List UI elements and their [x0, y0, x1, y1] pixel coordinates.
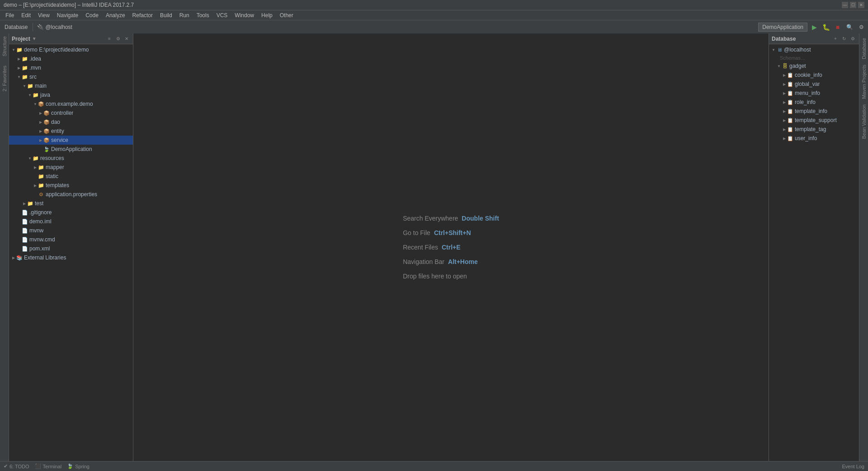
event-log-status[interactable]: Event Log: [842, 464, 864, 469]
tree-item-extlibs[interactable]: ▶📚External Libraries: [9, 253, 133, 262]
tree-item-DemoApplication[interactable]: 🍃DemoApplication: [9, 145, 133, 154]
run-config-dropdown[interactable]: DemoApplication: [758, 23, 807, 32]
add-db-button[interactable]: +: [832, 35, 839, 42]
tree-arrow-test: ▶: [22, 201, 27, 206]
tree-item-main[interactable]: ▼📁main: [9, 81, 133, 90]
db-tree-item-global_var[interactable]: ▶📋global_var: [769, 80, 859, 89]
menu-item-code[interactable]: Code: [82, 11, 102, 19]
tree-label-demoiml: demo.iml: [29, 218, 52, 225]
tree-item-entity[interactable]: ▶📦entity: [9, 127, 133, 136]
db-arrow-template_info: ▶: [782, 108, 787, 114]
settings-project-button[interactable]: ⚙: [114, 35, 122, 42]
center-area: Search EverywhereDouble ShiftGo to FileC…: [133, 33, 769, 461]
tree-item-idea[interactable]: ▶📁.idea: [9, 54, 133, 63]
menu-item-refactor[interactable]: Refactor: [129, 11, 156, 19]
close-button[interactable]: ✕: [858, 2, 864, 8]
favorites-tab[interactable]: 2: Favorites: [0, 63, 9, 94]
menu-item-run[interactable]: Run: [176, 11, 193, 19]
tree-item-mvn[interactable]: ▶📁.mvn: [9, 63, 133, 72]
shortcut-label: Recent Files: [403, 244, 438, 251]
shortcut-key: Alt+Home: [448, 258, 478, 265]
tree-label-controller: controller: [51, 110, 73, 116]
spring-status[interactable]: 🍃 Spring: [67, 463, 90, 469]
terminal-status[interactable]: ⬛ Terminal: [35, 463, 62, 469]
db-tree-item-template_info[interactable]: ▶📋template_info: [769, 107, 859, 116]
db-settings-button[interactable]: ⚙: [849, 35, 856, 42]
tree-item-demo[interactable]: ▼📁demo E:\project\idea\demo: [9, 45, 133, 54]
menu-item-vcs[interactable]: VCS: [213, 11, 231, 19]
main-content: Structure 2: Favorites Project ▼ ≡ ⚙ ✕ ▼…: [0, 33, 868, 461]
menu-item-analyze[interactable]: Analyze: [102, 11, 129, 19]
menu-item-file[interactable]: File: [2, 11, 18, 19]
menu-item-help[interactable]: Help: [258, 11, 276, 19]
db-tree-item-gadget[interactable]: ▼🗄gadget: [769, 61, 859, 71]
hide-panel-button[interactable]: ✕: [123, 35, 130, 42]
menu-item-edit[interactable]: Edit: [18, 11, 34, 19]
db-label-menu_info: menu_info: [795, 90, 820, 96]
collapse-all-button[interactable]: ≡: [106, 35, 113, 42]
tree-item-static[interactable]: 📁static: [9, 172, 133, 181]
tree-icon-gitignore: 📄: [22, 209, 28, 216]
tree-item-appprops[interactable]: ⚙application.properties: [9, 190, 133, 199]
tree-item-gitignore[interactable]: 📄.gitignore: [9, 208, 133, 217]
project-panel-tools: ≡ ⚙ ✕: [106, 35, 130, 42]
tree-item-resources[interactable]: ▼📁resources: [9, 154, 133, 163]
menu-item-window[interactable]: Window: [231, 11, 258, 19]
status-right: Event Log: [842, 464, 864, 469]
shortcut-key: Double Shift: [462, 215, 499, 222]
tree-arrow-service: ▶: [38, 137, 43, 143]
db-arrow-menu_info: ▶: [782, 90, 787, 96]
stop-button[interactable]: ■: [833, 22, 843, 32]
tree-item-pomxml[interactable]: 📄pom.xml: [9, 244, 133, 253]
db-tree-item-template_support[interactable]: ▶📋template_support: [769, 116, 859, 125]
database-side-tab[interactable]: Database: [860, 35, 868, 62]
tree-label-templates: templates: [46, 182, 69, 188]
menu-item-view[interactable]: View: [34, 11, 53, 19]
todo-status[interactable]: ✔ 6: TODO: [4, 463, 29, 469]
db-tree-item-role_info[interactable]: ▶📋role_info: [769, 98, 859, 107]
tree-icon-dao: 📦: [43, 119, 50, 125]
project-dropdown[interactable]: ▼: [32, 36, 37, 41]
maven-projects-tab[interactable]: Maven Projects: [860, 62, 868, 102]
tree-label-mvnw: mvnw: [29, 227, 43, 234]
tree-item-src[interactable]: ▼📁src: [9, 72, 133, 81]
tree-item-dao[interactable]: ▶📦dao: [9, 118, 133, 127]
tree-item-controller[interactable]: ▶📦controller: [9, 108, 133, 118]
menu-item-other[interactable]: Other: [276, 11, 297, 19]
tree-item-mapper[interactable]: ▶📁mapper: [9, 163, 133, 172]
db-tree-item-user_info[interactable]: ▶📋user_info: [769, 134, 859, 143]
tree-item-templates[interactable]: ▶📁templates: [9, 181, 133, 190]
minimize-button[interactable]: —: [842, 2, 848, 8]
db-label-localhost: @localhost: [784, 47, 811, 53]
menu-item-navigate[interactable]: Navigate: [53, 11, 82, 19]
database-panel-tools: + ↻ ⚙: [832, 35, 856, 42]
tree-label-demo: demo E:\project\idea\demo: [24, 47, 89, 53]
tree-item-service[interactable]: ▶📦service: [9, 136, 133, 145]
db-icon-localhost: 🖥: [776, 47, 783, 53]
db-tree-item-template_tag[interactable]: ▶📋template_tag: [769, 125, 859, 134]
menu-item-tools[interactable]: Tools: [193, 11, 213, 19]
debug-button[interactable]: 🐛: [821, 22, 831, 32]
tree-item-mvnwcmd[interactable]: 📄mvnw.cmd: [9, 235, 133, 244]
tree-item-demoiml[interactable]: 📄demo.iml: [9, 217, 133, 226]
tree-label-gitignore: .gitignore: [29, 209, 52, 216]
db-tree-item-cookie_info[interactable]: ▶📋cookie_info: [769, 71, 859, 80]
settings-button[interactable]: ⚙: [856, 22, 866, 32]
tree-item-comexampledemo[interactable]: ▼📦com.example.demo: [9, 99, 133, 108]
tree-item-mvnw[interactable]: 📄mvnw: [9, 226, 133, 235]
bean-validation-tab[interactable]: Bean Validation: [860, 102, 868, 141]
maximize-button[interactable]: ☐: [850, 2, 856, 8]
db-label-template_tag: template_tag: [795, 126, 826, 132]
db-tree-item-localhost[interactable]: ▼🖥@localhost: [769, 45, 859, 54]
tree-label-service: service: [51, 137, 68, 143]
tree-item-java[interactable]: ▼📁java: [9, 90, 133, 99]
structure-tab[interactable]: Structure: [0, 33, 9, 59]
run-button[interactable]: ▶: [809, 22, 819, 32]
db-tree-item-menu_info[interactable]: ▶📋menu_info: [769, 89, 859, 98]
menu-item-build[interactable]: Build: [156, 11, 176, 19]
tree-item-test[interactable]: ▶📁test: [9, 199, 133, 208]
tree-arrow-templates: ▶: [33, 183, 38, 188]
refresh-db-button[interactable]: ↻: [840, 35, 848, 42]
search-everywhere-button[interactable]: 🔍: [844, 22, 854, 32]
tree-label-static: static: [46, 173, 58, 179]
